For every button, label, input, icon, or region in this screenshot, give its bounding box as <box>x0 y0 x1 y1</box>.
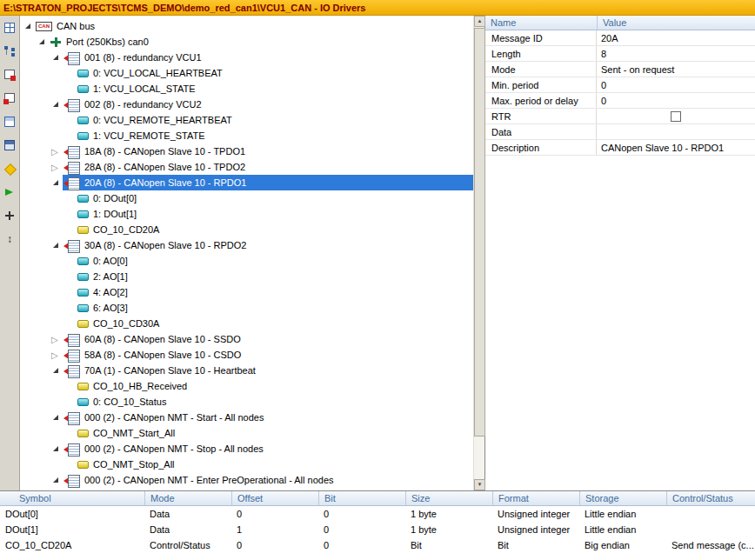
tree-item[interactable]: 20A (8) - CANopen Slave 10 - RPDO1 <box>20 175 473 190</box>
add-item-button[interactable] <box>1 206 18 224</box>
collapse-toggle-icon[interactable] <box>50 52 62 63</box>
column-header-mode[interactable]: Mode <box>144 491 231 505</box>
rtr-checkbox[interactable] <box>671 111 681 122</box>
collapse-toggle-icon[interactable] <box>50 443 62 455</box>
property-name: Message ID <box>485 30 597 45</box>
collapse-toggle-icon[interactable] <box>50 177 62 189</box>
collapse-toggle-icon[interactable] <box>50 240 62 251</box>
tree-item[interactable]: 1: VCU_REMOTE_STATE <box>20 128 473 143</box>
io-grid-button[interactable] <box>1 18 18 37</box>
tree-item[interactable]: 000 (2) - CANopen NMT - Enter PreOperati… <box>20 472 473 488</box>
tree-item[interactable]: CO_NMT_Stop_All <box>20 457 473 472</box>
tree-item[interactable]: 18A (8) - CANopen Slave 10 - TPDO1 <box>20 143 473 159</box>
tree-item[interactable]: 1: VCU_LOCAL_STATE <box>20 81 473 97</box>
io-table-dark-button[interactable] <box>1 136 18 154</box>
tree-item-label: 0: AO[0] <box>92 256 131 266</box>
fieldbus-tree-button[interactable] <box>1 42 18 60</box>
property-value[interactable]: 8 <box>597 46 755 61</box>
tree-item-content: Port (250Kbs) can0 <box>49 34 473 50</box>
expand-toggle-icon[interactable] <box>50 146 62 157</box>
column-header-storage[interactable]: Storage <box>579 491 666 505</box>
scroll-down-button[interactable] <box>474 479 485 490</box>
indent-spacer <box>20 308 64 309</box>
collapse-toggle-icon[interactable] <box>50 475 62 486</box>
variable-icon <box>77 85 89 93</box>
tree-item[interactable]: 4: AO[2] <box>20 284 473 300</box>
card-icon <box>3 68 17 82</box>
tree-item[interactable]: Port (250Kbs) can0 <box>20 34 473 50</box>
property-row: Message ID20A <box>485 30 755 46</box>
column-header-value[interactable]: Value <box>597 16 755 30</box>
tree-item[interactable]: 0: VCU_REMOTE_HEARTBEAT <box>20 112 473 128</box>
indent-spacer <box>20 323 64 324</box>
column-header-symbol[interactable]: Symbol <box>0 491 144 505</box>
tree-item[interactable]: 60A (8) - CANopen Slave 10 - SSDO <box>20 331 473 347</box>
symbol-row[interactable]: CO_10_CD20AControl/Status00BitBitBig end… <box>0 537 755 553</box>
scrollbar-thumb[interactable] <box>474 28 485 437</box>
column-header-bit[interactable]: Bit <box>318 491 405 505</box>
tree-item[interactable]: CO_10_HB_Received <box>20 378 473 394</box>
tree-scrollbar[interactable] <box>473 16 484 490</box>
control-status-variable-icon <box>77 430 89 437</box>
window-title-bar[interactable]: E:\STRATON_PROJECTS\TCMS_DEMO\demo_red_c… <box>0 0 755 16</box>
property-value[interactable] <box>597 109 755 123</box>
tree-item[interactable]: CO_10_CD20A <box>20 222 473 237</box>
property-value[interactable]: 0 <box>597 77 755 92</box>
collapse-toggle-icon[interactable] <box>37 37 48 48</box>
tree-item[interactable]: 000 (2) - CANopen NMT - Start - All node… <box>20 410 473 425</box>
column-header-control-status[interactable]: Control/Status <box>666 491 755 505</box>
collapse-toggle-icon[interactable] <box>50 365 62 377</box>
collapse-toggle-icon[interactable] <box>50 99 62 110</box>
expand-toggle-icon[interactable] <box>50 162 62 173</box>
collapse-toggle-icon[interactable] <box>50 412 62 423</box>
tree-item[interactable]: CO_NMT_Start_All <box>20 425 473 441</box>
property-name: Min. period <box>485 77 597 92</box>
driver-card-button[interactable] <box>1 65 18 83</box>
scroll-up-button[interactable] <box>474 16 485 27</box>
property-value[interactable]: Sent - on request <box>597 62 755 77</box>
tree-item[interactable]: 6: AO[3] <box>20 300 473 316</box>
driver-card-alt-button[interactable] <box>1 89 18 107</box>
property-value[interactable]: 20A <box>597 30 755 45</box>
tree-item[interactable]: 1: DOut[1] <box>20 206 473 222</box>
tree-item[interactable]: 0: CO_10_Status <box>20 394 473 410</box>
spark-button[interactable] <box>1 159 18 177</box>
expand-toggle-icon[interactable] <box>50 350 62 361</box>
column-header-size[interactable]: Size <box>405 491 492 505</box>
can-message-icon <box>63 475 80 486</box>
control-status-variable-icon <box>77 461 89 469</box>
tree-item[interactable]: 000 (2) - CANopen NMT - Stop - All nodes <box>20 441 473 457</box>
property-value[interactable] <box>597 124 755 139</box>
symbol-cell: Data <box>144 522 231 537</box>
expand-toggle-icon[interactable] <box>50 334 62 345</box>
tree-item[interactable]: 58A (8) - CANopen Slave 10 - CSDO <box>20 347 473 363</box>
tree-item[interactable]: 0: VCU_LOCAL_HEARTBEAT <box>20 65 473 81</box>
column-header-format[interactable]: Format <box>492 491 579 505</box>
column-header-offset[interactable]: Offset <box>231 491 318 505</box>
tree-item[interactable]: 70A (1) - CANopen Slave 10 - Heartbeat <box>20 363 473 378</box>
property-value[interactable]: CANopen Slave 10 - RPDO1 <box>597 140 755 155</box>
tree-item-content: 2: AO[1] <box>77 269 473 284</box>
tree-item[interactable]: 2: AO[1] <box>20 269 473 284</box>
export-green-button[interactable] <box>1 183 18 201</box>
tree-item[interactable]: 002 (8) - redundancy VCU2 <box>20 97 473 112</box>
symbol-row[interactable]: DOut[1]Data101 byteUnsigned integerLittl… <box>0 522 755 537</box>
tree-item[interactable]: 30A (8) - CANopen Slave 10 - RPDO2 <box>20 237 473 253</box>
tree-item[interactable]: 001 (8) - redundancy VCU1 <box>20 50 473 65</box>
move-updown-button[interactable] <box>1 230 18 248</box>
tree-item[interactable]: 0: DOut[0] <box>20 190 473 206</box>
can-message-icon <box>63 443 80 455</box>
collapse-toggle-icon[interactable] <box>23 21 34 32</box>
tree-item[interactable]: 28A (8) - CANopen Slave 10 - TPDO2 <box>20 159 473 175</box>
tree-item[interactable]: CANCAN bus <box>20 18 473 34</box>
property-row: Data <box>485 124 755 140</box>
property-value[interactable]: 0 <box>597 93 755 108</box>
can-tree[interactable]: CANCAN busPort (250Kbs) can0001 (8) - re… <box>20 16 473 490</box>
tree-item[interactable]: CO_10_CD30A <box>20 316 473 331</box>
tree-item-content: 1: VCU_REMOTE_STATE <box>77 128 473 143</box>
indent-spacer <box>20 42 37 43</box>
symbol-row[interactable]: DOut[0]Data001 byteUnsigned integerLittl… <box>0 506 755 522</box>
tree-item[interactable]: 0: AO[0] <box>20 253 473 269</box>
io-table-button[interactable] <box>1 112 18 130</box>
column-header-name[interactable]: Name <box>485 16 597 30</box>
